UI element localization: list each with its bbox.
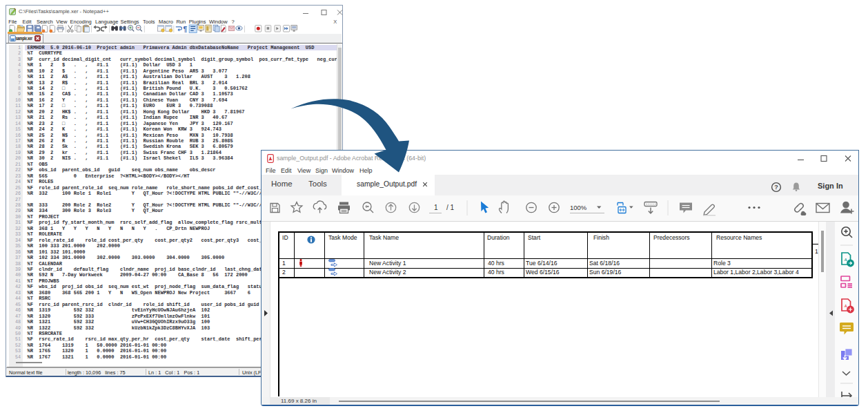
svg-text:¶: ¶ (184, 25, 188, 33)
svg-text:100%: 100% (570, 204, 587, 211)
svg-text:1: 1 (434, 204, 438, 211)
svg-text:/ 1: / 1 (446, 204, 455, 211)
svg-text:?: ? (774, 184, 778, 191)
svg-text:A: A (844, 304, 847, 308)
svg-text:A: A (844, 258, 847, 262)
